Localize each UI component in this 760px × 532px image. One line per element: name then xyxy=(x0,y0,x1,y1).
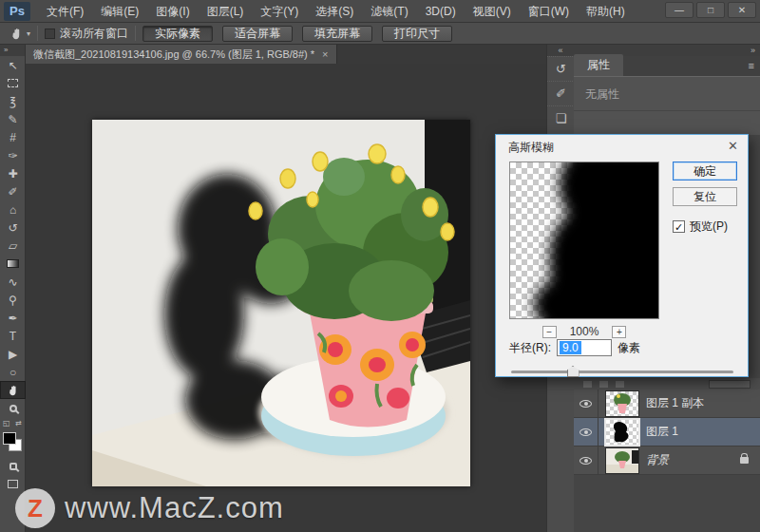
type-tool[interactable]: T xyxy=(0,327,26,345)
maximize-button[interactable]: □ xyxy=(696,2,725,18)
reset-button[interactable]: 复位 xyxy=(673,187,737,206)
swap-colors-icon[interactable]: ⇄ xyxy=(15,419,22,428)
zoom-out-button[interactable]: − xyxy=(542,326,557,338)
screen-mode-icon xyxy=(8,480,18,488)
lasso-tool[interactable]: ℥ xyxy=(0,92,26,110)
tab-close-icon[interactable]: × xyxy=(322,45,328,64)
expand-panels-icon[interactable]: « xyxy=(547,45,574,56)
slider-track[interactable] xyxy=(511,370,733,373)
menu-item-view[interactable]: 视图(V) xyxy=(465,0,520,23)
hand-icon xyxy=(7,384,20,397)
tab-properties[interactable]: 属性 xyxy=(574,54,623,76)
menu-bar: Ps 文件(F) 编辑(E) 图像(I) 图层(L) 文字(Y) 选择(S) 滤… xyxy=(0,0,760,23)
dodge-tool[interactable]: ⚲ xyxy=(0,291,26,309)
move-tool[interactable]: ↖ xyxy=(0,56,26,74)
print-size-button[interactable]: 打印尺寸 xyxy=(382,26,452,42)
properties-panel: 无属性 xyxy=(574,76,760,135)
menu-item-window[interactable]: 窗口(W) xyxy=(520,0,578,23)
chevron-down-icon[interactable]: ▾ xyxy=(27,29,30,38)
fill-screen-button[interactable]: 填充屏幕 xyxy=(302,26,372,42)
fit-screen-button[interactable]: 适合屏幕 xyxy=(222,26,293,42)
eye-icon xyxy=(580,400,592,408)
tools-collapse-icon[interactable]: » xyxy=(0,45,25,56)
watermark: Z www.MacZ.com xyxy=(15,488,284,528)
visibility-toggle[interactable] xyxy=(574,418,598,446)
pen-tool[interactable]: ✒ xyxy=(0,309,26,327)
menu-item-edit[interactable]: 编辑(E) xyxy=(92,0,147,23)
crop-tool[interactable]: # xyxy=(0,128,26,146)
window-controls: — □ ✕ xyxy=(665,2,756,18)
layer-row-shadow[interactable]: 图层 1 xyxy=(574,418,760,446)
preview-option: ✓ 预览(P) xyxy=(673,218,728,235)
layer-thumbnail[interactable] xyxy=(606,448,638,473)
close-button[interactable]: ✕ xyxy=(728,2,756,18)
layer-name: 图层 1 xyxy=(646,424,678,440)
menu-item-type[interactable]: 文字(Y) xyxy=(252,0,307,23)
quick-selection-tool[interactable]: ✎ xyxy=(0,110,26,128)
document-tab[interactable]: 微信截图_20210819134106.jpg @ 66.7% (图层 1, R… xyxy=(26,45,337,64)
visibility-toggle[interactable] xyxy=(574,446,598,474)
path-selection-tool[interactable]: ▶ xyxy=(0,345,26,363)
brush-tool[interactable]: ✐ xyxy=(0,182,26,200)
spot-healing-tool[interactable]: ✚ xyxy=(0,164,26,182)
document-tab-bar: 微信截图_20210819134106.jpg @ 66.7% (图层 1, R… xyxy=(26,45,546,64)
menu-item-3d[interactable]: 3D(D) xyxy=(417,0,465,23)
ok-button[interactable]: 确定 xyxy=(673,162,737,180)
menu-item-help[interactable]: 帮助(H) xyxy=(578,0,634,23)
no-properties-text: 无属性 xyxy=(574,77,760,111)
panel-menu-icon[interactable]: ≡ xyxy=(749,60,754,71)
radius-input[interactable]: 9.0 xyxy=(557,339,612,356)
layer-thumbnail[interactable] xyxy=(606,391,638,416)
history-brush-tool[interactable]: ↺ xyxy=(0,218,26,237)
scroll-all-windows-checkbox[interactable] xyxy=(45,28,55,39)
default-colors-icon[interactable]: ◱ xyxy=(3,419,10,428)
clone-stamp-tool[interactable]: ⌂ xyxy=(0,200,26,218)
eraser-tool[interactable]: ▱ xyxy=(0,237,26,255)
document-canvas[interactable] xyxy=(92,120,470,486)
magnifier-icon xyxy=(10,405,17,412)
gradient-tool[interactable] xyxy=(0,255,26,273)
actual-pixels-button[interactable]: 实际像素 xyxy=(142,26,213,42)
eyedropper-tool[interactable]: ✑ xyxy=(0,146,26,164)
zoom-in-button[interactable]: + xyxy=(612,326,626,338)
preview-checkbox[interactable]: ✓ xyxy=(673,220,685,233)
layer-thumbnail[interactable] xyxy=(606,420,638,445)
menu-item-select[interactable]: 选择(S) xyxy=(307,0,362,23)
zoom-level: 100% xyxy=(570,325,599,338)
minimize-button[interactable]: — xyxy=(665,2,694,18)
preview-zoom-controls: − 100% + xyxy=(509,325,659,338)
brush-presets-panel-icon[interactable]: ✐ xyxy=(547,81,575,105)
quick-mask-icon xyxy=(10,463,17,470)
slider-thumb[interactable] xyxy=(567,366,580,377)
foreground-color-swatch[interactable] xyxy=(3,432,16,445)
quick-mask-button[interactable] xyxy=(0,457,26,475)
visibility-toggle[interactable] xyxy=(574,390,598,417)
color-swatches xyxy=(0,432,26,457)
photoshop-logo: Ps xyxy=(4,2,30,21)
menu-item-file[interactable]: 文件(F) xyxy=(38,0,92,23)
ellipse-shape-tool[interactable]: ○ xyxy=(0,363,26,381)
layer-row-copy[interactable]: 图层 1 副本 xyxy=(574,390,760,418)
history-panel-icon[interactable]: ↺ xyxy=(547,56,575,81)
layer-row-background[interactable]: 背景 xyxy=(574,446,760,475)
hand-tool[interactable] xyxy=(0,381,26,399)
menu-item-filter[interactable]: 滤镜(T) xyxy=(362,0,416,23)
clone-source-panel-icon[interactable]: ❏ xyxy=(547,105,575,130)
canvas-area xyxy=(26,64,546,532)
smudge-tool[interactable]: ∿ xyxy=(0,273,26,291)
scroll-all-windows-label: 滚动所有窗口 xyxy=(60,26,128,42)
zoom-tool[interactable] xyxy=(0,399,26,417)
marquee-icon xyxy=(8,79,18,87)
blur-preview[interactable] xyxy=(509,162,659,319)
lock-icon xyxy=(740,457,749,464)
separator xyxy=(135,26,136,41)
gaussian-blur-dialog: 高斯模糊 ✕ − 100% + 确定 复位 ✓ 预览(P) 半径(R): 9.0… xyxy=(495,134,749,377)
radius-slider[interactable] xyxy=(511,366,733,377)
menu-item-image[interactable]: 图像(I) xyxy=(147,0,198,23)
dialog-close-icon[interactable]: ✕ xyxy=(728,139,738,153)
rect-marquee-tool[interactable] xyxy=(0,74,26,92)
eye-icon xyxy=(580,428,592,436)
hand-icon[interactable] xyxy=(10,27,24,41)
properties-tab-bar: 属性 ≡ xyxy=(574,56,760,76)
menu-item-layer[interactable]: 图层(L) xyxy=(199,0,253,23)
